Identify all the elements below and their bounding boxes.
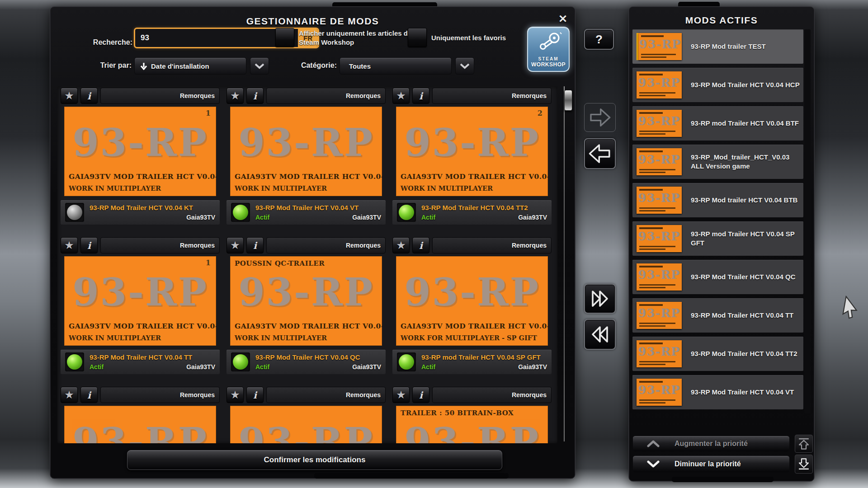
mod-thumbnail[interactable]: 93-RP POUSSIN QC-TRAILER GAIA93TV MOD TR… <box>230 256 382 346</box>
mod-thumbnail[interactable]: 93-RP <box>230 406 382 443</box>
thumb-caption-bar <box>639 92 675 94</box>
mod-brand-text: 93-RP <box>230 270 382 314</box>
active-list-scroll-track[interactable] <box>804 29 811 413</box>
favorite-star-button[interactable]: ★ <box>61 387 78 403</box>
thumb-caption-bar <box>639 323 675 324</box>
fast-forward-button[interactable] <box>584 284 616 314</box>
status-badge: Actif <box>255 363 269 371</box>
confirm-changes-button[interactable]: Confirmer les modifications <box>127 450 502 470</box>
arrow-right-icon <box>587 106 613 129</box>
mod-status-row[interactable]: 93-RP Mod Trailer HCT V0.04 QC Actif Gai… <box>226 350 386 374</box>
active-mod-item[interactable]: 93-RP 93-RP Mod Trailer HCT V0.04 TT2 <box>632 337 803 371</box>
active-mod-thumbnail: 93-RP <box>637 71 682 99</box>
move-to-top-button[interactable] <box>795 435 813 453</box>
active-mod-name: 93-RP Mod Trailer HCT V0.04 VT <box>691 388 794 397</box>
move-right-button[interactable] <box>584 103 616 132</box>
active-mod-item[interactable]: 93-RP 93-RP mod Trailer HCT V0.04 SP GFT <box>632 221 803 256</box>
help-button[interactable]: ? <box>584 29 614 50</box>
mod-brand-text: 93-RP <box>230 419 382 443</box>
status-orb-box <box>65 352 84 371</box>
mod-info-button[interactable]: i <box>412 88 429 104</box>
arrow-left-icon <box>587 142 613 165</box>
grid-scrollbar[interactable] <box>560 86 568 443</box>
mod-info-button[interactable]: i <box>412 237 429 253</box>
mod-subline: Actif Gaia93TV <box>421 363 547 371</box>
active-mod-item[interactable]: 93-RP 93-RP mod Trailer HCT V0.04 BTF <box>632 106 803 141</box>
mod-category-badge: Remorques <box>100 237 220 253</box>
close-button[interactable]: ✕ <box>556 12 570 26</box>
mod-thumbnail[interactable]: 93-RP 1 GAIA93TV MOD TRAILER HCT V0.04 T… <box>64 107 216 196</box>
active-mods-list: 93-RP 93-RP Mod trailer TEST 93-RP 93-RP… <box>632 29 803 413</box>
steam-label-line2: WORKSHOP <box>531 61 566 68</box>
active-mod-item[interactable]: 93-RP 93-RP Mod Trailer HCT V0.04 HCP <box>632 68 803 102</box>
mod-info-button[interactable]: i <box>80 387 98 403</box>
mod-thumbnail[interactable]: 93-RP TRAILER : 50 BITRAIN-BOX <box>396 406 548 443</box>
mod-card: ★ i Remorques 93-RP <box>392 237 552 374</box>
workshop-only-checkbox[interactable] <box>275 28 294 47</box>
thumb-topline <box>639 266 663 267</box>
active-mod-item[interactable]: 93-RP 93-RP Mod trailer TEST <box>632 29 803 64</box>
favorite-star-button[interactable]: ★ <box>392 88 410 104</box>
active-mod-name: 93-RP Mod trailer TEST <box>691 42 766 51</box>
mod-status-row[interactable]: 93-RP Mod Trailer HCT V0.04 VT Actif Gai… <box>226 200 386 225</box>
mod-thumbnail[interactable]: 93-RP 1 GAIA93TV MOD TRAILER HCT V0.04 T… <box>64 256 216 346</box>
favorites-only-checkbox[interactable] <box>408 28 427 47</box>
active-mod-thumbnail: 93-RP <box>637 379 682 406</box>
status-badge: Actif <box>255 214 269 221</box>
favorite-star-button[interactable]: ★ <box>392 387 410 403</box>
steam-workshop-button[interactable]: STEAM WORKSHOP <box>527 27 570 72</box>
rewind-button[interactable] <box>584 319 616 350</box>
mod-info-button[interactable]: i <box>412 387 429 403</box>
status-badge: Actif <box>90 363 104 371</box>
mod-info-button[interactable]: i <box>80 237 98 253</box>
mod-name: 93-RP Mod Trailer HCT V0.04 VT <box>255 204 381 211</box>
mod-info-button[interactable]: i <box>246 88 264 104</box>
sort-dropdown[interactable]: Date d'installation <box>134 57 246 75</box>
mod-thumbnail[interactable]: 93-RP GAIA93TV MOD TRAILER HCT V0.04SP W… <box>396 256 548 346</box>
favorite-star-button[interactable]: ★ <box>61 88 78 104</box>
mod-thumbnail[interactable]: 93-RP GAIA93TV MOD TRAILER HCT V0.04 VT … <box>230 107 382 196</box>
mod-image-caption1: GAIA93TV MOD TRAILER HCT V0.04 TT <box>69 322 213 330</box>
thumb-topline <box>641 35 664 37</box>
active-mod-item[interactable]: 93-RP 93-RP Mod Trailer HCT V0.04 QC <box>632 260 803 294</box>
mod-brand-text: 93-RP <box>396 120 548 165</box>
scrollbar-thumb[interactable] <box>564 90 572 111</box>
active-mod-thumbnail: 93-RP <box>637 148 682 175</box>
favorite-star-button[interactable]: ★ <box>226 88 244 104</box>
thumb-caption-bar <box>639 402 665 404</box>
star-icon: ★ <box>396 90 406 101</box>
search-input[interactable] <box>135 29 298 47</box>
category-open-button[interactable] <box>455 57 474 75</box>
steam-logo-icon <box>534 31 563 51</box>
chevron-down-icon <box>646 460 660 468</box>
favorite-star-button[interactable]: ★ <box>226 237 244 253</box>
favorite-star-button[interactable]: ★ <box>392 237 410 253</box>
mod-status-row[interactable]: 93-RP mod Trailer HCT V0.04 SP GFT Actif… <box>392 350 552 374</box>
move-left-button[interactable] <box>584 138 616 169</box>
favorite-star-button[interactable]: ★ <box>61 237 78 253</box>
active-mod-item[interactable]: 93-RP 93-RP Mod Trailer HCT V0.04 TT <box>632 298 803 333</box>
mod-status-row[interactable]: 93-RP Mod Trailer HCT V0.04 KT Gaia93TV <box>61 200 220 225</box>
mod-status-row[interactable]: 93-RP Mod Trailer HCT V0.04 TT Actif Gai… <box>61 350 220 374</box>
mod-thumbnail[interactable]: 93-RP 2 GAIA93TV MOD TRAILER HCT V0.04 T… <box>396 107 548 196</box>
search-label: Recherche: <box>82 38 132 47</box>
decrease-priority-button[interactable]: Diminuer la priorité <box>632 455 790 473</box>
sort-open-button[interactable] <box>250 57 269 75</box>
favorite-star-button[interactable]: ★ <box>226 387 244 403</box>
move-to-bottom-button[interactable] <box>795 455 813 474</box>
mod-info-button[interactable]: i <box>246 237 264 253</box>
increase-priority-button[interactable]: Augmenter la priorité <box>632 436 790 452</box>
mod-info-button[interactable]: i <box>80 88 98 104</box>
mod-status-text: 93-RP Mod Trailer HCT V0.04 QC Actif Gai… <box>255 352 381 371</box>
mod-thumbnail[interactable]: 93-RP <box>64 406 216 443</box>
active-mod-thumbnail: 93-RP <box>637 187 682 214</box>
mod-status-row[interactable]: 93-RP Mod Trailer HCT V0.04 TT2 Actif Ga… <box>392 200 552 225</box>
mod-subline: Actif Gaia93TV <box>255 363 381 371</box>
mod-category-badge: Remorques <box>266 88 386 104</box>
category-dropdown[interactable]: Toutes <box>340 57 452 75</box>
active-mod-item[interactable]: 93-RP 93-RP Mod trailer HCT V0.04 BTB <box>632 183 803 217</box>
active-mod-item[interactable]: 93-RP 93-RP Mod Trailer HCT V0.04 VT <box>632 375 803 409</box>
active-mod-item[interactable]: 93-RP 93-RP_Mod_trailer_HCT_V0.03 ALL Ve… <box>632 145 803 179</box>
scrollbar-track[interactable] <box>564 91 565 441</box>
mod-info-button[interactable]: i <box>246 387 264 403</box>
